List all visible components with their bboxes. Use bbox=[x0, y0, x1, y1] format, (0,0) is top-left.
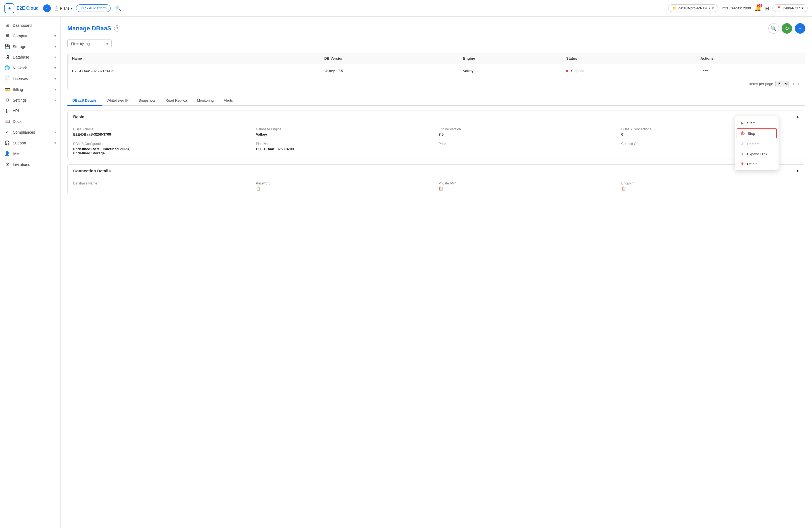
cell-status: Stopped bbox=[562, 64, 696, 78]
items-per-page-select[interactable]: 5 10 25 bbox=[775, 80, 789, 87]
sidebar-item-compute[interactable]: 🖥 Compute ▾ bbox=[0, 31, 60, 41]
plans-label: Plans bbox=[60, 6, 70, 11]
sidebar-item-compliances[interactable]: ✓ Compliances ▾ bbox=[0, 127, 60, 137]
tab-monitoring[interactable]: Monitoring bbox=[192, 96, 219, 106]
row-refresh-icon[interactable]: ⟳ bbox=[111, 69, 114, 73]
iam-icon: 👤 bbox=[4, 151, 10, 156]
billing-icon: 💳 bbox=[4, 87, 10, 92]
table-head: Name DB Version Engine Status Actions bbox=[68, 53, 805, 64]
project-label: default-project-1287 bbox=[678, 6, 710, 10]
storage-icon: 💾 bbox=[4, 44, 10, 49]
ctx-restart-label: Restart bbox=[747, 142, 759, 146]
tab-dbaas-details[interactable]: DBaaS Details bbox=[68, 96, 102, 106]
notifications-button[interactable]: 🔔 32 bbox=[754, 5, 761, 12]
connection-section-body: Database Name Password 📋 Private IPv4 📋 bbox=[68, 177, 805, 195]
filter-row: Filter by tag bbox=[68, 39, 806, 48]
sidebar-item-api[interactable]: {} API bbox=[0, 105, 60, 116]
sidebar-item-iam[interactable]: 👤 IAM bbox=[0, 148, 60, 159]
cell-actions: ••• bbox=[696, 64, 805, 78]
chevron-down-icon: ▾ bbox=[54, 77, 56, 80]
col-name: Name bbox=[68, 53, 320, 64]
region-selector[interactable]: 📍 Delhi-NCR ▾ bbox=[772, 4, 808, 12]
sidebar-item-label: Storage bbox=[13, 44, 26, 49]
sidebar-item-storage[interactable]: 💾 Storage ▾ bbox=[0, 41, 60, 52]
items-per-page-label: Items per page bbox=[749, 82, 773, 86]
dbaas-table: Name DB Version Engine Status Actions E2… bbox=[68, 53, 805, 78]
network-icon: 🌐 bbox=[4, 65, 10, 70]
dbaas-table-container: Name DB Version Engine Status Actions E2… bbox=[68, 53, 806, 90]
copy-private-ipv4-button[interactable]: 📋 bbox=[439, 186, 443, 191]
detail-price: Price bbox=[439, 142, 617, 155]
chevron-down-icon: ▾ bbox=[54, 141, 56, 145]
sidebar-item-label: Licenses bbox=[13, 76, 28, 81]
search-button[interactable]: 🔍 bbox=[114, 4, 122, 12]
row-actions-button[interactable]: ••• bbox=[700, 68, 710, 74]
detail-plan-name: Plan Name E2E-DBaaS-3258-3709 bbox=[256, 142, 434, 155]
next-page-button[interactable]: › bbox=[796, 81, 801, 87]
plans-button[interactable]: 📋 Plans ▾ bbox=[54, 6, 73, 11]
prev-page-button[interactable]: ‹ bbox=[791, 81, 796, 87]
ctx-expand-disk[interactable]: ⬆ Expand Disk bbox=[735, 149, 779, 159]
detail-dbaas-name: DBaaS Name E2E-DBaaS-3258-3709 bbox=[73, 127, 251, 136]
sidebar-item-label: Support bbox=[13, 141, 26, 145]
page-actions: 🔍 ↻ + bbox=[768, 23, 806, 34]
infra-credits: Infra Credits: 2000 bbox=[721, 6, 751, 10]
detail-dbaas-config: DBaaS Configuration undefined RAM, undef… bbox=[73, 142, 251, 155]
sidebar-item-label: Invitations bbox=[13, 162, 30, 167]
help-icon[interactable]: ? bbox=[114, 25, 120, 31]
sidebar-item-network[interactable]: 🌐 Network ▾ bbox=[0, 62, 60, 73]
sidebar-item-database[interactable]: 🗄 Database ▾ bbox=[0, 52, 60, 62]
sidebar-item-label: API bbox=[13, 108, 19, 113]
ctx-stop[interactable]: ⏻ Stop bbox=[737, 128, 777, 138]
sidebar-item-licenses[interactable]: 📄 Licenses ▾ bbox=[0, 73, 60, 84]
table-row: E2E-DBaaS-3258-3709 ⟳ Valkey - 7.5 Valke… bbox=[68, 64, 805, 78]
region-chevron-icon: ▾ bbox=[801, 6, 803, 10]
ctx-delete[interactable]: 🗑 Delete bbox=[735, 159, 779, 169]
tab-whitelisted-ip[interactable]: Whitelisted IP bbox=[102, 96, 133, 106]
grid-menu-button[interactable]: ⊞ bbox=[765, 5, 769, 12]
ctx-start[interactable]: ▶ Start bbox=[735, 118, 779, 128]
connection-section-header[interactable]: Connection Details ▲ bbox=[68, 165, 805, 177]
tab-snapshots[interactable]: Snapshots bbox=[134, 96, 160, 106]
sidebar-item-docs[interactable]: 📖 Docs bbox=[0, 116, 60, 127]
main-content: Manage DBaaS ? 🔍 ↻ + Filter by tag Name bbox=[61, 17, 812, 528]
copy-endpoint-button[interactable]: 📋 bbox=[621, 186, 626, 191]
play-icon: ▶ bbox=[740, 121, 744, 125]
project-chevron-icon: ▾ bbox=[712, 6, 714, 10]
details-grid: DBaaS Name E2E-DBaaS-3258-3709 Database … bbox=[73, 127, 800, 155]
folder-icon: 📁 bbox=[672, 6, 677, 10]
location-icon: 📍 bbox=[777, 6, 781, 10]
sidebar-item-label: Billing bbox=[13, 87, 23, 92]
chevron-down-icon: ▾ bbox=[54, 45, 56, 48]
context-menu: ▶ Start ⏻ Stop ↺ Restart ⬆ Expand Disk 🗑… bbox=[735, 116, 779, 171]
sidebar-item-dashboard[interactable]: ⊞ Dashboard bbox=[0, 20, 60, 31]
tir-button[interactable]: TIR - AI Platform bbox=[76, 4, 111, 12]
detail-database-engine: Database Engine Valkey bbox=[256, 127, 434, 136]
nav-back-button[interactable]: ‹ bbox=[43, 4, 51, 12]
refresh-button[interactable]: ↻ bbox=[782, 23, 792, 34]
filter-by-tag-select[interactable]: Filter by tag bbox=[68, 39, 112, 48]
sidebar-item-billing[interactable]: 💳 Billing ▾ bbox=[0, 84, 60, 95]
col-status: Status bbox=[562, 53, 696, 64]
collapse-icon: ▲ bbox=[795, 114, 800, 119]
chevron-down-icon: ▾ bbox=[54, 55, 56, 59]
page-title: Manage DBaaS bbox=[68, 25, 111, 32]
add-dbaas-button[interactable]: + bbox=[795, 23, 806, 34]
search-dbaas-button[interactable]: 🔍 bbox=[768, 23, 779, 34]
basic-section-body: DBaaS Name E2E-DBaaS-3258-3709 Database … bbox=[68, 123, 805, 160]
detail-password: Password 📋 bbox=[256, 181, 434, 191]
basic-section-header[interactable]: Basic ▲ bbox=[68, 111, 805, 123]
page-title-area: Manage DBaaS ? bbox=[68, 25, 120, 32]
tab-read-replica[interactable]: Read Replica bbox=[160, 96, 192, 106]
copy-password-button[interactable]: 📋 bbox=[256, 186, 261, 191]
project-selector[interactable]: 📁 default-project-1287 ▾ bbox=[668, 4, 718, 12]
sidebar-item-settings[interactable]: ⚙ Settings ▾ bbox=[0, 95, 60, 105]
connection-section-title: Connection Details bbox=[73, 168, 111, 173]
ctx-delete-label: Delete bbox=[747, 162, 758, 166]
sidebar-item-label: Compliances bbox=[13, 130, 35, 134]
dashboard-icon: ⊞ bbox=[4, 23, 10, 28]
logo-area: ⊞ E2E Cloud bbox=[4, 3, 39, 13]
sidebar-item-invitations[interactable]: ✉ Invitations bbox=[0, 159, 60, 170]
tab-alerts[interactable]: Alerts bbox=[219, 96, 238, 106]
sidebar-item-support[interactable]: 🎧 Support ▾ bbox=[0, 137, 60, 148]
